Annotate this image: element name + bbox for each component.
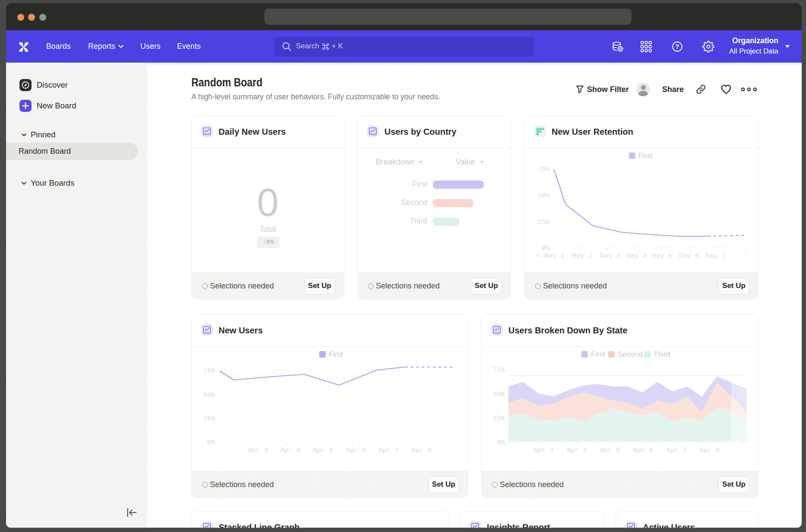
- svg-text:Third: Third: [654, 350, 670, 358]
- svg-text:Apr 6: Apr 6: [633, 446, 654, 454]
- svg-text:< Day 1: < Day 1: [536, 252, 564, 260]
- svg-text:25%: 25%: [538, 218, 550, 226]
- svg-text:75%: 75%: [203, 367, 216, 375]
- svg-text:Apr 5: Apr 5: [313, 446, 333, 454]
- svg-text:Ø%: Ø%: [497, 439, 505, 446]
- svg-text:Day 2: Day 2: [572, 252, 593, 260]
- svg-text:Day 7: Day 7: [705, 252, 726, 260]
- svg-text:Day 5: Day 5: [652, 252, 673, 260]
- svg-text:?: ?: [676, 43, 679, 50]
- svg-text:75%: 75%: [493, 366, 505, 374]
- svg-text:Day 4: Day 4: [627, 252, 647, 260]
- svg-text:Apr 5: Apr 5: [600, 446, 620, 454]
- svg-text:50%: 50%: [493, 390, 505, 398]
- svg-text:Apr 8: Apr 8: [700, 446, 720, 454]
- svg-text:75%: 75%: [538, 165, 550, 173]
- svg-text:Apr 3: Apr 3: [248, 446, 268, 454]
- svg-text:Apr 4: Apr 4: [567, 446, 587, 454]
- svg-text:25%: 25%: [493, 415, 505, 422]
- svg-text:Apr 6: Apr 6: [346, 446, 366, 454]
- svg-text:Second: Second: [618, 350, 643, 358]
- svg-text:50%: 50%: [203, 391, 216, 399]
- svg-text:First: First: [329, 350, 343, 358]
- svg-text:Apr 3: Apr 3: [533, 446, 554, 454]
- svg-text:First: First: [591, 350, 605, 358]
- svg-text:Apr 7: Apr 7: [379, 446, 399, 454]
- svg-text:First: First: [638, 152, 653, 160]
- svg-text:Ø%: Ø%: [542, 244, 550, 252]
- svg-text:Apr 7: Apr 7: [666, 446, 687, 454]
- svg-text:Day 3: Day 3: [600, 252, 621, 260]
- svg-text:50%: 50%: [538, 192, 550, 200]
- svg-text:Apr 4: Apr 4: [280, 446, 301, 454]
- svg-text:Ø%: Ø%: [207, 439, 215, 446]
- svg-text:25%: 25%: [203, 415, 216, 423]
- svg-text:Apr 8: Apr 8: [412, 446, 432, 454]
- svg-text:Day 6: Day 6: [679, 252, 699, 260]
